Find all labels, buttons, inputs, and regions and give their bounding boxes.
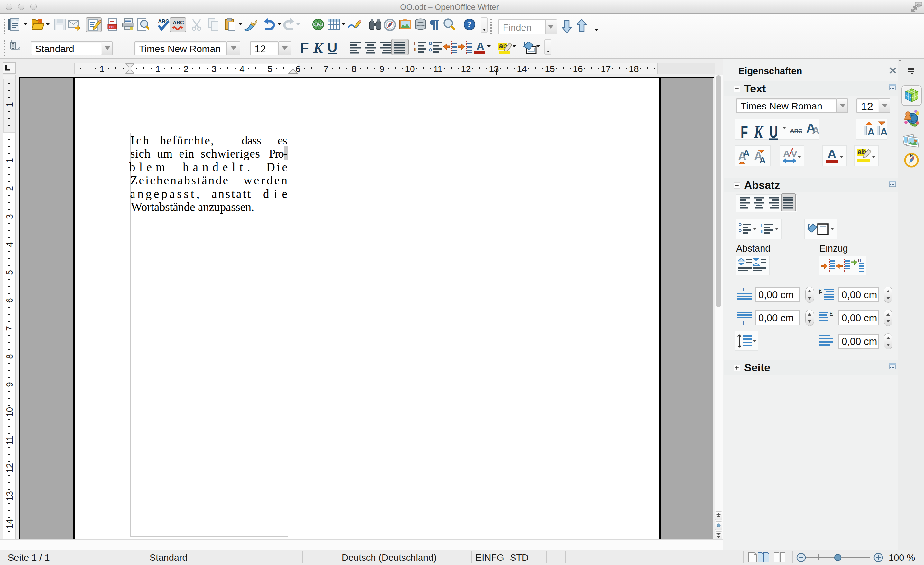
- svg-text:A: A: [880, 126, 887, 136]
- svg-text:N: N: [910, 153, 913, 157]
- svg-text:A: A: [783, 148, 790, 159]
- svg-text:A: A: [743, 148, 750, 158]
- svg-text:PDF: PDF: [110, 25, 116, 28]
- svg-text:?: ?: [468, 20, 472, 29]
- svg-text:I: I: [742, 321, 744, 325]
- svg-text:I: I: [742, 287, 744, 292]
- svg-text:A: A: [867, 126, 874, 136]
- svg-text:H: H: [858, 259, 861, 263]
- svg-text:II: II: [760, 229, 763, 234]
- svg-text:I: I: [760, 223, 762, 228]
- svg-text:H: H: [830, 312, 832, 316]
- svg-text:II: II: [414, 47, 416, 52]
- svg-text:I: I: [414, 41, 416, 46]
- svg-text:A: A: [759, 156, 766, 164]
- svg-text:V: V: [791, 148, 797, 159]
- svg-text:A: A: [812, 124, 819, 135]
- svg-text:A: A: [828, 147, 836, 161]
- svg-text:A: A: [477, 40, 484, 52]
- svg-text:ABC: ABC: [173, 20, 184, 25]
